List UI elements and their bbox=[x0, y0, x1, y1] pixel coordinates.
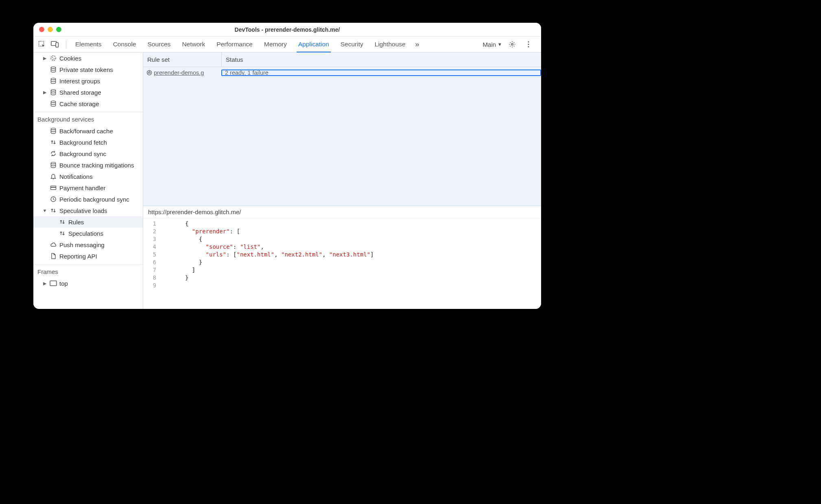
sidebar-item-payment-handler[interactable]: Payment handler bbox=[33, 182, 143, 193]
updown-icon bbox=[59, 219, 66, 225]
svg-point-12 bbox=[51, 78, 55, 80]
svg-point-10 bbox=[52, 59, 53, 60]
sidebar-item-label: Speculations bbox=[68, 230, 103, 237]
sidebar-item-label: Interest groups bbox=[59, 78, 100, 85]
sidebar-item-label: Cache storage bbox=[59, 100, 99, 107]
sidebar-item-label: Push messaging bbox=[59, 241, 105, 248]
updown-icon bbox=[50, 207, 57, 214]
sidebar-item-cache-storage[interactable]: Cache storage bbox=[33, 98, 143, 109]
svg-point-11 bbox=[51, 67, 55, 68]
sidebar-item-periodic-background-sync[interactable]: Periodic background sync bbox=[33, 193, 143, 205]
tab-lighthouse[interactable]: Lighthouse bbox=[369, 37, 411, 52]
col-ruleset-header[interactable]: Rule set bbox=[143, 52, 221, 67]
tab-elements[interactable]: Elements bbox=[70, 37, 107, 52]
inspect-element-icon[interactable] bbox=[37, 39, 47, 50]
ruleset-url: https://prerender-demos.glitch.me/ bbox=[143, 206, 541, 218]
device-toggle-icon[interactable] bbox=[50, 39, 60, 50]
ruleset-link[interactable]: prerender-demos.g bbox=[154, 70, 204, 76]
sidebar-item-top[interactable]: ▶top bbox=[33, 278, 143, 289]
chevron-right-icon: ▶ bbox=[42, 90, 47, 95]
sidebar-item-background-fetch[interactable]: Background fetch bbox=[33, 137, 143, 148]
sidebar-item-label: top bbox=[59, 280, 68, 287]
svg-rect-2 bbox=[56, 43, 59, 47]
cookie-icon bbox=[50, 55, 57, 61]
svg-point-4 bbox=[528, 41, 529, 42]
svg-point-8 bbox=[52, 57, 53, 58]
svg-point-16 bbox=[51, 162, 55, 164]
sidebar-item-label: Private state tokens bbox=[59, 66, 113, 73]
tabs: ElementsConsoleSourcesNetworkPerformance… bbox=[70, 37, 411, 52]
svg-point-5 bbox=[528, 43, 529, 45]
ruleset-details: https://prerender-demos.glitch.me/ 12345… bbox=[143, 206, 541, 309]
window-title: DevTools - prerender-demos.glitch.me/ bbox=[33, 26, 541, 33]
sidebar-item-label: Reporting API bbox=[59, 253, 97, 260]
cloud-icon bbox=[50, 241, 57, 248]
svg-point-7 bbox=[51, 56, 56, 61]
sidebar-item-label: Background sync bbox=[59, 150, 106, 157]
db-icon bbox=[50, 66, 57, 73]
db-icon bbox=[50, 78, 57, 84]
sidebar-item-label: Back/forward cache bbox=[59, 128, 113, 135]
tab-performance[interactable]: Performance bbox=[211, 37, 258, 52]
chevron-right-icon: ▶ bbox=[42, 281, 47, 286]
tab-sources[interactable]: Sources bbox=[142, 37, 177, 52]
col-status-header[interactable]: Status bbox=[221, 52, 541, 67]
sidebar-item-background-sync[interactable]: Background sync bbox=[33, 148, 143, 159]
sidebar-item-push-messaging[interactable]: Push messaging bbox=[33, 239, 143, 250]
sidebar-item-bounce-tracking-mitigations[interactable]: Bounce tracking mitigations bbox=[33, 159, 143, 171]
db-icon bbox=[50, 89, 57, 96]
ruleset-cell[interactable]: prerender-demos.g bbox=[143, 70, 221, 76]
kebab-menu-icon[interactable] bbox=[523, 39, 534, 50]
sidebar-item-label: Cookies bbox=[59, 55, 81, 62]
sidebar-item-shared-storage[interactable]: ▶Shared storage bbox=[33, 87, 143, 98]
tab-application[interactable]: Application bbox=[293, 37, 335, 52]
tab-security[interactable]: Security bbox=[335, 37, 369, 52]
sidebar-item-rules[interactable]: Rules bbox=[33, 216, 143, 228]
settings-icon[interactable] bbox=[507, 39, 517, 50]
updown-icon bbox=[50, 139, 57, 146]
sidebar-item-notifications[interactable]: Notifications bbox=[33, 171, 143, 182]
sync-icon bbox=[50, 150, 57, 157]
svg-point-3 bbox=[511, 43, 513, 45]
toolbar: ElementsConsoleSourcesNetworkPerformance… bbox=[33, 37, 541, 52]
sidebar-item-back-forward-cache[interactable]: Back/forward cache bbox=[33, 125, 143, 137]
separator bbox=[66, 40, 66, 49]
ruleset-source: 123456789 { "prerender": [ { "source": "… bbox=[143, 218, 541, 309]
sidebar-item-reporting-api[interactable]: Reporting API bbox=[33, 250, 143, 262]
tab-network[interactable]: Network bbox=[176, 37, 211, 52]
svg-point-6 bbox=[528, 46, 529, 47]
svg-point-9 bbox=[54, 58, 55, 59]
sidebar-item-label: Rules bbox=[68, 219, 84, 226]
clock-icon bbox=[50, 196, 57, 202]
updown-icon bbox=[59, 230, 66, 237]
svg-rect-18 bbox=[51, 187, 56, 188]
sidebar-item-label: Notifications bbox=[59, 173, 93, 180]
sidebar: ▶CookiesPrivate state tokensInterest gro… bbox=[33, 52, 143, 309]
db-icon bbox=[50, 100, 57, 107]
ruleset-origin-icon bbox=[146, 70, 152, 76]
main-panel: Rule set Status prerender-demos.g2 ready… bbox=[143, 52, 541, 309]
sidebar-item-private-state-tokens[interactable]: Private state tokens bbox=[33, 64, 143, 75]
svg-point-15 bbox=[51, 128, 55, 130]
doc-icon bbox=[50, 253, 57, 259]
svg-point-13 bbox=[51, 89, 55, 91]
status-link[interactable]: 2 ready, 1 failure bbox=[225, 70, 269, 76]
sidebar-item-label: Payment handler bbox=[59, 185, 105, 191]
db-icon bbox=[50, 162, 57, 168]
tab-memory[interactable]: Memory bbox=[258, 37, 293, 52]
target-select[interactable]: Main ▼ bbox=[481, 41, 504, 48]
more-tabs-button[interactable]: » bbox=[411, 39, 424, 50]
sidebar-item-interest-groups[interactable]: Interest groups bbox=[33, 75, 143, 87]
sidebar-item-cookies[interactable]: ▶Cookies bbox=[33, 52, 143, 64]
sidebar-item-label: Background fetch bbox=[59, 139, 107, 146]
frames-header: Frames bbox=[33, 265, 143, 278]
svg-rect-20 bbox=[50, 281, 57, 286]
svg-point-14 bbox=[51, 101, 55, 102]
table-row[interactable]: prerender-demos.g2 ready, 1 failure bbox=[143, 67, 541, 78]
bell-icon bbox=[50, 173, 57, 180]
status-cell[interactable]: 2 ready, 1 failure bbox=[221, 70, 541, 76]
tab-console[interactable]: Console bbox=[107, 37, 142, 52]
chevron-down-icon: ▼ bbox=[498, 42, 502, 47]
sidebar-item-speculations[interactable]: Speculations bbox=[33, 228, 143, 239]
sidebar-item-speculative-loads[interactable]: ▼Speculative loads bbox=[33, 205, 143, 216]
